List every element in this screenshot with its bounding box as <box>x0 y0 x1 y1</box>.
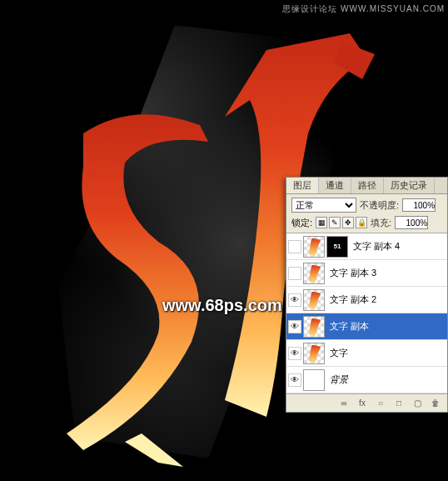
layer-row[interactable]: 👁 文字 副本 <box>286 313 447 340</box>
tab-channels[interactable]: 通道 <box>319 178 351 193</box>
layer-name: 文字 副本 2 <box>326 293 446 306</box>
visibility-toggle[interactable] <box>288 267 301 280</box>
opacity-input[interactable] <box>402 198 436 212</box>
layer-row[interactable]: 👁 背景 <box>286 367 447 393</box>
panel-controls: 正常 不透明度: 锁定: ▦ ✎ ✥ 🔒 填充: <box>286 194 447 233</box>
layers-panel: 图层 通道 路径 历史记录 正常 不透明度: 锁定: ▦ ✎ ✥ 🔒 <box>286 177 448 413</box>
delete-layer-icon[interactable]: 🗑 <box>429 397 442 410</box>
top-watermark: 思缘设计论坛 WWW.MISSYUAN.COM <box>282 3 445 15</box>
layer-mask-thumb[interactable]: 51 <box>326 236 348 258</box>
tab-paths[interactable]: 路径 <box>351 178 384 193</box>
layer-thumb[interactable] <box>303 236 325 258</box>
layer-row[interactable]: 文字 副本 3 <box>286 260 447 287</box>
new-layer-icon[interactable]: ▢ <box>411 397 424 410</box>
layer-fx-icon[interactable]: fx <box>356 397 369 410</box>
layer-thumb[interactable] <box>303 369 325 391</box>
visibility-toggle[interactable]: 👁 <box>288 373 301 387</box>
layer-name: 文字 副本 3 <box>326 267 446 279</box>
lock-label: 锁定: <box>291 217 312 229</box>
panel-tabs: 图层 通道 路径 历史记录 <box>286 178 447 194</box>
layer-list: 51 文字 副本 4 文字 副本 3 👁 文字 副本 2 👁 文字 副本 👁 <box>286 233 447 393</box>
lock-brush-icon[interactable]: ✎ <box>329 217 341 228</box>
layer-name: 文字 副本 <box>326 320 446 333</box>
layer-mask-icon[interactable]: ○ <box>374 397 387 410</box>
lock-icons: ▦ ✎ ✥ 🔒 <box>316 217 367 228</box>
visibility-toggle[interactable] <box>288 240 301 253</box>
layer-name: 文字 副本 4 <box>350 240 446 253</box>
link-layers-icon[interactable]: ∞ <box>337 397 351 410</box>
fill-label: 填充: <box>371 217 391 229</box>
visibility-toggle[interactable]: 👁 <box>288 320 301 333</box>
blend-mode-select[interactable]: 正常 <box>291 198 356 213</box>
layer-thumb[interactable] <box>303 316 325 338</box>
visibility-toggle[interactable]: 👁 <box>288 293 301 307</box>
opacity-label: 不透明度: <box>360 199 399 212</box>
layer-name: 文字 <box>326 347 446 359</box>
panel-bottom-toolbar: ∞ fx ○ □ ▢ 🗑 <box>286 393 447 412</box>
fill-input[interactable] <box>395 216 428 229</box>
lock-all-icon[interactable]: 🔒 <box>356 217 367 228</box>
layer-row[interactable]: 👁 文字 <box>286 340 447 367</box>
adjustment-layer-icon[interactable]: □ <box>392 397 406 410</box>
center-watermark: www.68ps.com <box>162 296 282 315</box>
tab-layers[interactable]: 图层 <box>286 178 319 193</box>
tab-history[interactable]: 历史记录 <box>384 178 435 193</box>
lock-move-icon[interactable]: ✥ <box>342 217 354 228</box>
canvas: 思缘设计论坛 WWW.MISSYUAN.COM www.68ps.com 图层 … <box>0 0 448 481</box>
visibility-toggle[interactable]: 👁 <box>288 347 301 360</box>
layer-row[interactable]: 51 文字 副本 4 <box>286 233 447 260</box>
lock-transparent-icon[interactable]: ▦ <box>316 217 327 228</box>
layer-row[interactable]: 👁 文字 副本 2 <box>286 287 447 313</box>
layer-name: 背景 <box>326 373 446 386</box>
layer-thumb[interactable] <box>303 263 325 284</box>
layer-thumb[interactable] <box>303 343 325 364</box>
layer-thumb[interactable] <box>303 289 325 311</box>
